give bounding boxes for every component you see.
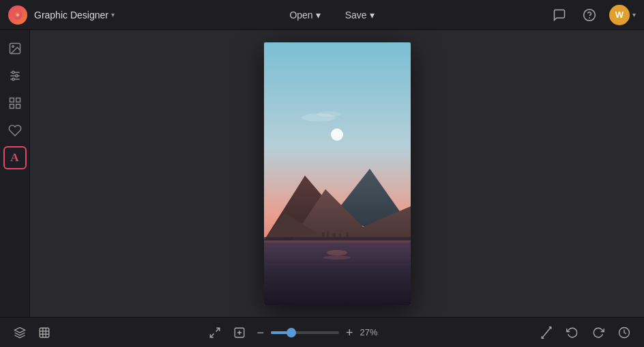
svg-rect-35 xyxy=(346,232,349,239)
zoom-slider-track[interactable] xyxy=(271,331,339,334)
sidebar-item-grid[interactable] xyxy=(3,92,27,115)
user-avatar-wrapper[interactable]: W ▾ xyxy=(609,5,636,25)
svg-rect-34 xyxy=(339,234,341,239)
bottom-bar: − + 27% xyxy=(0,317,644,347)
header-center: Open ▾ Save ▾ xyxy=(115,5,549,25)
svg-point-8 xyxy=(12,71,14,73)
artwork-canvas xyxy=(264,42,411,305)
help-icon-button[interactable] xyxy=(579,5,600,25)
svg-rect-13 xyxy=(16,105,20,109)
layers-button[interactable] xyxy=(11,324,29,342)
svg-point-30 xyxy=(323,255,351,260)
header-right: W ▾ xyxy=(549,5,636,25)
svg-point-4 xyxy=(12,46,13,48)
fit-page-button[interactable] xyxy=(206,324,224,342)
redo-button[interactable] xyxy=(589,324,607,342)
svg-point-9 xyxy=(15,74,17,77)
pages-button[interactable] xyxy=(35,324,53,342)
zoom-controls: − + 27% xyxy=(255,327,384,339)
svg-line-45 xyxy=(542,327,551,338)
sidebar-item-adjustments[interactable] xyxy=(3,64,27,87)
avatar-chevron: ▾ xyxy=(632,11,636,18)
main-content: A xyxy=(0,30,644,317)
sidebar: A xyxy=(0,30,30,317)
undo-button[interactable] xyxy=(564,324,581,342)
app-title[interactable]: Graphic Designer ▾ xyxy=(34,10,115,20)
user-avatar: W xyxy=(609,5,630,25)
svg-line-42 xyxy=(216,328,220,331)
svg-rect-33 xyxy=(332,233,336,239)
app-name-label: Graphic Designer xyxy=(34,10,108,20)
bottom-left xyxy=(11,324,53,342)
sidebar-item-images[interactable] xyxy=(3,37,27,60)
svg-rect-23 xyxy=(264,237,411,242)
svg-point-16 xyxy=(331,128,343,141)
svg-rect-31 xyxy=(322,232,325,239)
zoom-in-button[interactable]: + xyxy=(345,327,355,339)
zoom-out-button[interactable]: − xyxy=(255,327,265,339)
svg-rect-12 xyxy=(16,98,20,102)
app-logo[interactable] xyxy=(8,5,27,25)
header: Graphic Designer ▾ Open ▾ Save ▾ W xyxy=(0,0,644,30)
svg-point-10 xyxy=(12,78,14,80)
chat-icon-button[interactable] xyxy=(549,5,570,25)
svg-point-18 xyxy=(317,111,341,117)
zoom-slider-thumb[interactable] xyxy=(287,328,296,337)
svg-rect-14 xyxy=(10,105,14,109)
bottom-right xyxy=(538,324,633,342)
sidebar-item-favorites[interactable] xyxy=(3,119,27,142)
svg-point-29 xyxy=(327,250,347,255)
svg-rect-37 xyxy=(40,328,49,337)
svg-marker-36 xyxy=(15,327,25,333)
sidebar-item-text[interactable]: A xyxy=(3,146,27,169)
save-button[interactable]: Save ▾ xyxy=(336,5,384,25)
canvas-area[interactable] xyxy=(30,30,644,317)
svg-line-43 xyxy=(211,333,214,337)
history-button[interactable] xyxy=(615,324,633,342)
open-button[interactable]: Open ▾ xyxy=(280,5,330,25)
bottom-center: − + 27% xyxy=(60,324,531,342)
svg-rect-32 xyxy=(327,231,329,239)
resize-button[interactable] xyxy=(538,324,555,342)
svg-rect-11 xyxy=(10,98,14,102)
zoom-percent-label: 27% xyxy=(360,327,385,337)
svg-point-1 xyxy=(584,9,596,20)
actual-size-button[interactable] xyxy=(231,324,248,342)
